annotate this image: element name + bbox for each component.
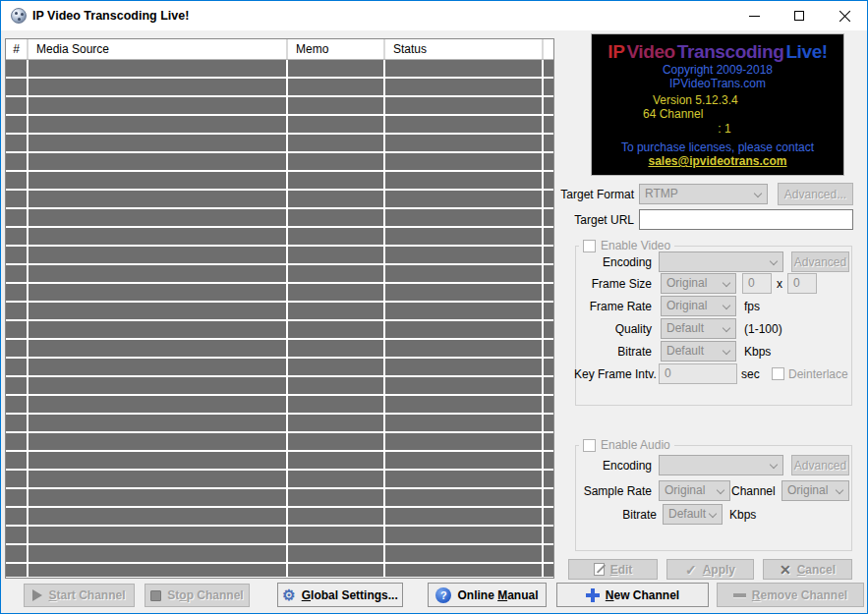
channel-list[interactable] (6, 60, 553, 577)
target-url-label: Target URL (536, 209, 634, 231)
minus-icon (733, 593, 746, 597)
new-channel-label: New Channel (606, 588, 679, 602)
remove-channel-button[interactable]: Remove Channel (717, 583, 864, 607)
chevron-down-icon (723, 302, 730, 309)
edit-button[interactable]: Edit (568, 559, 658, 580)
video-bitrate-unit: Kbps (744, 341, 771, 363)
column-header-status[interactable]: Status (385, 39, 542, 59)
title-bar[interactable]: IP Video Transcoding Live! (1, 1, 867, 30)
chevron-down-icon (723, 279, 730, 287)
chevron-down-icon (709, 510, 717, 518)
app-window: IP Video Transcoding Live! # Media Sourc… (0, 0, 868, 614)
advanced-button-label: Advanced (794, 255, 846, 269)
table-row (6, 135, 553, 151)
table-row (6, 247, 553, 263)
target-format-combo[interactable]: RTMP (639, 184, 768, 204)
column-header-memo[interactable]: Memo (288, 39, 383, 59)
channel-table: # Media Source Memo Status (5, 38, 554, 579)
play-icon (32, 589, 42, 601)
banner-purchase-note: To purchase licenses, please contact (621, 140, 814, 154)
minimize-icon (749, 16, 760, 17)
table-row (6, 340, 553, 357)
table-row (6, 489, 553, 506)
minimize-button[interactable] (731, 1, 777, 30)
frame-rate-value: Original (666, 299, 707, 312)
banner-title-word: Live! (784, 41, 828, 62)
audio-bitrate-combo[interactable]: Default (663, 504, 723, 525)
banner-title-word: Video (625, 41, 675, 62)
enable-audio-head: Enable Audio (579, 438, 674, 453)
cancel-button[interactable]: ✕ Cancel (763, 559, 852, 580)
window-title: IP Video Transcoding Live! (32, 1, 189, 30)
enable-audio-checkbox[interactable] (583, 439, 596, 452)
deinterlace-checkbox[interactable] (772, 367, 784, 380)
close-button[interactable] (822, 1, 867, 30)
chevron-down-icon (723, 324, 730, 332)
chevron-down-icon (770, 461, 778, 469)
quality-combo[interactable]: Default (661, 318, 736, 339)
table-row (6, 471, 553, 487)
frame-size-combo[interactable]: Original (661, 273, 736, 294)
stop-channel-button[interactable]: Stop Channel (145, 584, 250, 607)
column-header-spacer (544, 39, 553, 59)
maximize-button[interactable] (777, 1, 822, 30)
table-row (6, 452, 553, 469)
column-header-media-source[interactable]: Media Source (29, 39, 286, 59)
frame-height-input[interactable]: 0 (787, 273, 817, 294)
advanced-button-label: Advanced (794, 459, 846, 473)
column-header-number[interactable]: # (6, 39, 27, 59)
maximize-icon (794, 11, 804, 21)
video-bitrate-combo[interactable]: Default (661, 341, 736, 362)
audio-encoding-advanced-button[interactable]: Advanced (791, 455, 849, 475)
banner-title: IPVideoTranscodingLive! (607, 40, 828, 63)
table-row (6, 433, 553, 450)
audio-channel-combo[interactable]: Original (781, 480, 849, 501)
video-encoding-label: Encoding (576, 251, 652, 273)
video-settings-group: Enable Video Encoding Advanced Frame Siz… (575, 246, 852, 406)
video-encoding-advanced-button[interactable]: Advanced (791, 251, 849, 272)
chevron-down-icon (723, 347, 730, 355)
audio-bitrate-label: Bitrate (576, 504, 657, 526)
frame-rate-combo[interactable]: Original (661, 296, 736, 316)
target-format-advanced-button[interactable]: Advanced... (778, 183, 853, 205)
table-row (6, 191, 553, 207)
license-banner: IPVideoTranscodingLive! Copyright 2009-2… (591, 33, 844, 176)
app-icon (11, 8, 27, 24)
video-bitrate-value: Default (666, 344, 704, 358)
deinterlace-label: Deinterlace (788, 363, 848, 385)
target-url-input[interactable] (639, 209, 853, 230)
key-frame-input[interactable]: 0 (659, 363, 737, 384)
edit-icon (594, 563, 605, 576)
apply-check-icon: ✓ (685, 563, 697, 577)
table-row (6, 545, 553, 562)
table-row (6, 564, 553, 577)
stop-channel-label: Stop Channel (167, 588, 243, 602)
table-row (6, 321, 553, 338)
frame-width-input[interactable]: 0 (742, 273, 772, 294)
apply-button[interactable]: ✓ Apply (666, 559, 754, 580)
quality-range-hint: (1-100) (744, 318, 782, 340)
audio-encoding-combo[interactable] (659, 455, 783, 475)
banner-copyright: Copyright 2009-2018 (663, 63, 773, 77)
table-row (6, 527, 553, 543)
banner-contact-email-link[interactable]: sales@ipvideotrans.com (648, 154, 786, 168)
table-row (6, 265, 553, 282)
new-channel-button[interactable]: New Channel (556, 583, 709, 607)
audio-encoding-label: Encoding (576, 455, 652, 476)
table-row (6, 97, 553, 114)
video-encoding-combo[interactable] (659, 251, 783, 272)
banner-title-word: Transcoding (676, 41, 785, 62)
banner-version: Version 5.12.3.4 (643, 93, 738, 107)
key-frame-label: Key Frame Intv. (574, 363, 652, 385)
online-manual-button[interactable]: ? Online Manual (428, 583, 547, 607)
key-frame-unit: sec (741, 363, 760, 385)
start-channel-button[interactable]: Start Channel (24, 584, 135, 607)
frame-size-x-label: x (777, 273, 782, 295)
sample-rate-combo[interactable]: Original (659, 480, 730, 501)
global-settings-button[interactable]: ⚙ Global Settings... (277, 583, 403, 607)
start-channel-label: Start Channel (48, 588, 125, 602)
apply-button-label: Apply (703, 563, 735, 577)
quality-label: Quality (576, 318, 652, 340)
table-row (6, 116, 553, 133)
frame-size-label: Frame Size (576, 273, 652, 295)
